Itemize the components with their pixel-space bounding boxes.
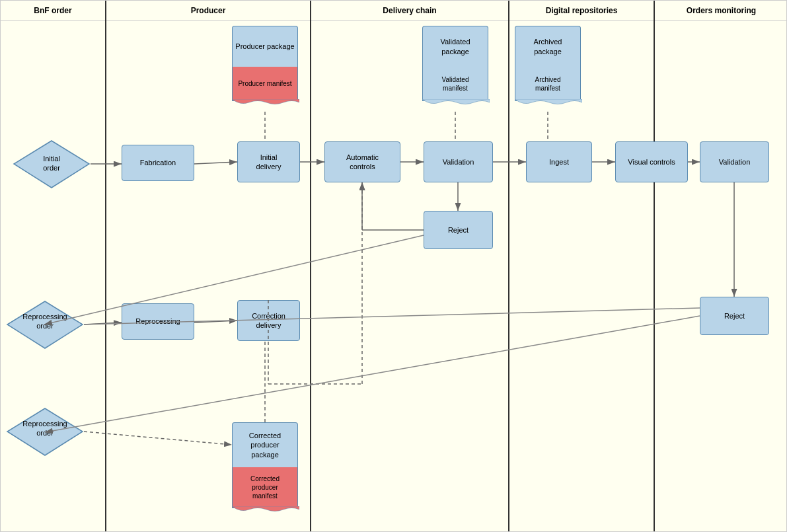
reject-monitoring-box: Reject [700,297,769,335]
ingest-box: Ingest [526,141,592,182]
visual-controls-box: Visual controls [615,141,688,182]
corrected-package-top: Correctedproducerpackage [232,422,298,467]
swimlane-monitoring: Orders monitoring [655,1,787,531]
svg-text:Initial: Initial [43,155,60,163]
corrected-manifest-bottom: Correctedproducermanifest [232,467,298,508]
svg-text:Reprocessing: Reprocessing [22,313,67,321]
archived-package-top: Archivedpackage [515,26,581,67]
correction-delivery-box: Correctiondelivery [237,300,300,341]
initial-order-box: Initial order [13,139,91,189]
corrected-package-doc: Correctedproducerpackage Correctedproduc… [232,422,298,508]
automatic-controls-box: Automaticcontrols [324,141,400,182]
producer-manifest-bottom: Producer manifest [232,67,298,101]
validated-package-doc: Validatedpackage Validatedmanifest [422,26,488,101]
fabrication-box: Fabrication [122,145,194,181]
swimlane-monitoring-header: Orders monitoring [655,1,787,21]
validation-monitoring-box: Validation [700,141,769,182]
swimlane-bnf-header: BnF order [1,1,105,21]
svg-text:order: order [36,322,54,330]
swimlane-digital-header: Digital repositories [509,1,654,21]
svg-text:order: order [43,164,60,172]
validation-delivery-box: Validation [424,141,493,182]
initial-delivery-box: Initialdelivery [237,141,300,182]
producer-package-top: Producer package [232,26,298,67]
archived-package-doc: Archivedpackage Archivedmanifest [515,26,581,101]
validated-package-top: Validatedpackage [422,26,488,67]
archived-manifest-bottom: Archivedmanifest [515,67,581,101]
diagram-container: BnF order Producer Delivery chain Digita… [0,0,787,532]
reject-delivery-box: Reject [424,211,493,249]
swimlane-producer-header: Producer [106,1,310,21]
svg-text:Reprocessing: Reprocessing [22,420,67,428]
swimlane-delivery-header: Delivery chain [311,1,508,21]
reprocessing-order1-box: Reprocessing order [6,300,84,350]
svg-text:order: order [36,429,54,437]
validated-manifest-bottom: Validatedmanifest [422,67,488,101]
producer-package-doc: Producer package Producer manifest [232,26,298,101]
reprocessing-box: Reprocessing [122,303,194,340]
reprocessing-order2-box: Reprocessing order [6,407,84,457]
